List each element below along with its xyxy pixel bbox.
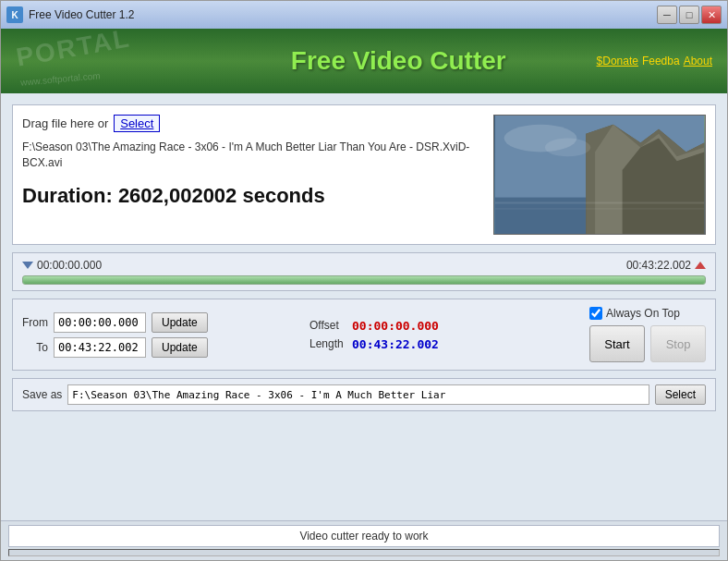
titlebar: K Free Video Cutter 1.2 ─ □ ✕ [1,1,727,29]
save-select-button[interactable]: Select [655,384,706,405]
header-banner: PORTAL www.softportal.com Free Video Cut… [1,29,727,93]
timeline-end-marker [695,262,706,269]
video-preview [493,115,706,235]
status-text: Video cutter ready to work [8,525,720,547]
start-button[interactable]: Start [589,325,645,362]
timeline-start-marker [22,262,33,269]
action-buttons: Start Stop [589,325,706,362]
length-row: Length 00:43:22.002 [309,337,582,351]
to-label: To [22,341,48,354]
save-as-label: Save as [22,388,62,401]
drag-text: Drag file here or [22,116,108,130]
from-to-area: From Update To Update [22,312,295,358]
stop-button[interactable]: Stop [650,325,706,362]
from-row: From Update [22,312,295,333]
timeline-section: 00:00:00.000 00:43:22.002 [12,252,716,291]
offset-length-area: Offset 00:00:00.000 Length 00:43:22.002 [302,319,582,351]
offset-value: 00:00:00.000 [352,319,439,333]
to-input[interactable] [54,337,146,358]
timeline-start: 00:00:00.000 [22,259,102,272]
svg-rect-9 [495,208,704,209]
maximize-button[interactable]: □ [679,6,699,24]
to-row: To Update [22,337,295,358]
save-row: Save as Select [12,378,716,411]
from-input[interactable] [54,312,146,333]
status-bar: Video cutter ready to work [1,520,727,560]
drag-drop-area[interactable]: Drag file here or Select [22,115,484,132]
app-icon: K [6,6,23,23]
duration-display: Duration: 2602,002002 seconds [22,184,484,208]
status-progress-bar [8,549,720,556]
donate-link[interactable]: $Donate [597,55,638,67]
svg-rect-8 [495,202,704,204]
header-links: $Donate Feedba About [597,55,712,67]
svg-point-7 [545,139,590,157]
timeline-end-time: 00:43:22.002 [626,259,691,272]
file-path-display: F:\Season 03\The Amazing Race - 3x06 - I… [22,140,484,171]
about-link[interactable]: About [684,55,712,67]
controls-row: From Update To Update Offset 00:00:00.00… [22,307,706,362]
app-title: Free Video Cutter [200,46,597,76]
main-window: K Free Video Cutter 1.2 ─ □ ✕ PORTAL www… [0,0,728,561]
window-controls: ─ □ ✕ [657,6,722,24]
timeline-start-time: 00:00:00.000 [37,259,102,272]
logo-area: PORTAL www.softportal.com [16,29,200,93]
watermark-text: PORTAL [16,29,133,73]
controls-section: From Update To Update Offset 00:00:00.00… [12,299,716,371]
preview-image [494,116,705,234]
file-info-area: Drag file here or Select F:\Season 03\Th… [22,115,484,235]
to-update-button[interactable]: Update [152,337,208,358]
timeline-fill [23,276,705,284]
always-on-top-area: Always On Top Start Stop [589,307,706,362]
offset-label: Offset [309,319,348,332]
length-value: 00:43:22.002 [352,337,439,351]
from-label: From [22,316,48,329]
offset-row: Offset 00:00:00.000 [309,319,582,333]
save-path-input[interactable] [67,384,649,405]
close-button[interactable]: ✕ [701,6,722,24]
minimize-button[interactable]: ─ [657,6,677,24]
feedback-link[interactable]: Feedba [642,55,680,67]
timeline-end: 00:43:22.002 [626,259,706,272]
window-title: Free Video Cutter 1.2 [29,8,657,21]
timeline-header: 00:00:00.000 00:43:22.002 [22,259,706,272]
always-on-top-checkbox[interactable] [589,307,602,320]
main-content: Drag file here or Select F:\Season 03\Th… [1,93,727,520]
always-on-top-label: Always On Top [606,307,680,320]
select-file-link[interactable]: Select [114,115,160,132]
from-update-button[interactable]: Update [152,312,208,333]
top-section: Drag file here or Select F:\Season 03\Th… [12,104,716,245]
length-label: Length [309,337,348,350]
timeline-bar[interactable] [22,275,706,285]
always-on-top-row: Always On Top [589,307,680,320]
watermark-url: www.softportal.com [20,70,101,88]
